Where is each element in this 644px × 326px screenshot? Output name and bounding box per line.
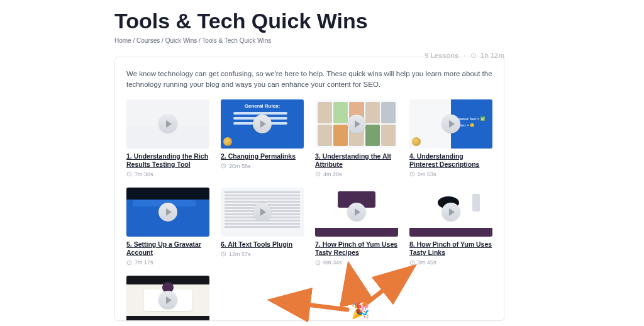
clock-icon [315, 260, 321, 266]
lesson-title: 5. Setting Up a Gravatar Account [126, 240, 209, 257]
play-icon [347, 115, 366, 133]
lesson-card[interactable]: 7. How Pinch of Yum Uses Tasty Recipes 6… [315, 188, 398, 266]
play-icon [158, 203, 177, 222]
course-card: We know technology can get confusing, so… [114, 57, 504, 321]
lesson-thumbnail: Pinterest Text = ✅ Alt Text = 😊 [409, 99, 492, 149]
play-icon [441, 115, 460, 133]
course-duration: 1h 12m [480, 52, 504, 59]
lesson-thumbnail [126, 99, 209, 149]
play-icon [253, 203, 272, 222]
breadcrumb: Home / Courses / Quick Wins / Tools & Te… [114, 37, 619, 44]
lesson-title: 2. Changing Permalinks [221, 152, 304, 161]
lesson-title: 4. Understanding Pinterest Descriptions [409, 152, 492, 169]
lesson-thumbnail [221, 188, 304, 237]
lesson-card[interactable]: 6. Alt Text Tools Plugin 12m 57s [221, 188, 304, 266]
play-icon [441, 203, 460, 222]
lesson-duration: 20m 58s [221, 163, 304, 169]
lesson-card[interactable]: 3. Understanding the Alt Attribute 4m 28… [315, 99, 398, 177]
breadcrumb-current: Tools & Tech Quick Wins [202, 37, 271, 44]
course-meta: 9 Lessons · 1h 12m [425, 52, 504, 59]
course-intro: We know technology can get confusing, so… [126, 69, 492, 91]
breadcrumb-quick-wins[interactable]: Quick Wins [165, 37, 197, 44]
lesson-grid: 1. Understanding the Rich Results Testin… [126, 99, 492, 322]
clock-icon [126, 171, 132, 177]
lesson-title: 7. How Pinch of Yum Uses Tasty Recipes [315, 240, 398, 257]
clock-icon [315, 171, 321, 177]
lesson-thumbnail [315, 188, 398, 237]
lesson-thumbnail [409, 188, 492, 237]
lesson-card[interactable]: Pinterest Text = ✅ Alt Text = 😊 4. Under… [409, 99, 492, 177]
lesson-duration: 2m 53s [409, 171, 492, 177]
clock-icon [470, 52, 477, 59]
lesson-card[interactable] [126, 276, 209, 321]
lesson-card[interactable]: 8. How Pinch of Yum Uses Tasty Links 3m … [409, 188, 492, 266]
lesson-card[interactable]: 1. Understanding the Rich Results Testin… [126, 99, 209, 177]
lesson-title: 3. Understanding the Alt Attribute [315, 152, 398, 169]
lesson-title: 1. Understanding the Rich Results Testin… [126, 152, 209, 169]
play-icon [253, 115, 272, 133]
clock-icon [126, 260, 132, 266]
lesson-thumbnail: General Rules: [221, 99, 304, 149]
lesson-thumbnail [315, 99, 398, 149]
lesson-title: 8. How Pinch of Yum Uses Tasty Links [409, 240, 492, 257]
lesson-count: 9 Lessons [425, 52, 458, 59]
play-icon [347, 203, 366, 222]
clock-icon [409, 171, 415, 177]
play-icon [158, 115, 177, 133]
clock-icon [221, 163, 226, 169]
lesson-thumbnail [126, 188, 209, 237]
lesson-card[interactable]: 5. Setting Up a Gravatar Account 7m 17s [126, 188, 209, 266]
lesson-duration: 7m 30s [126, 171, 209, 177]
lesson-duration: 7m 17s [126, 259, 209, 266]
clock-icon [221, 251, 226, 257]
play-icon [158, 291, 177, 310]
breadcrumb-courses[interactable]: Courses [136, 37, 160, 44]
lesson-title: 6. Alt Text Tools Plugin [221, 240, 304, 249]
lesson-duration: 4m 28s [315, 171, 398, 177]
lesson-duration: 3m 45s [409, 259, 492, 266]
page-title: Tools & Tech Quick Wins [114, 9, 619, 33]
lesson-card[interactable]: General Rules: 2. Changing Permalinks 20… [221, 99, 304, 177]
lesson-duration: 12m 57s [221, 251, 304, 257]
lesson-duration: 6m 34s [315, 259, 398, 266]
clock-icon [409, 260, 415, 266]
breadcrumb-home[interactable]: Home [114, 37, 131, 44]
lesson-thumbnail [126, 276, 209, 321]
